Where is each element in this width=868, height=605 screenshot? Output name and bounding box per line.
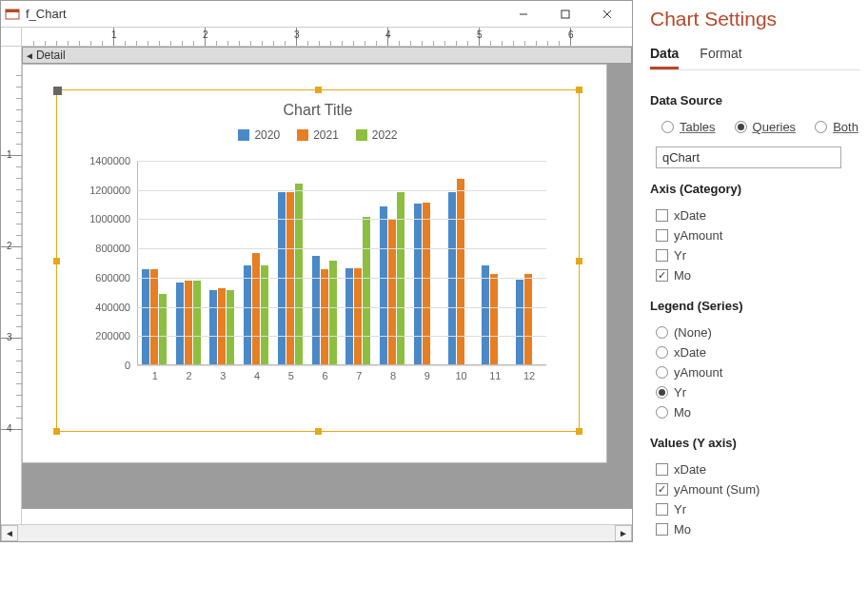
bar-group: 12 xyxy=(516,274,542,364)
axis-check-mo[interactable]: Mo xyxy=(656,265,860,285)
scroll-left-icon[interactable]: ◄ xyxy=(1,525,18,541)
resize-handle[interactable] xyxy=(576,87,582,93)
maximize-button[interactable] xyxy=(544,2,586,27)
design-grid[interactable]: Chart Title 202020212022 123456789101112… xyxy=(22,64,607,463)
svg-rect-1 xyxy=(6,10,19,12)
horizontal-ruler[interactable] xyxy=(1,28,632,47)
radio-tables[interactable]: Tables xyxy=(661,117,716,137)
x-axis-tick-label: 9 xyxy=(424,370,430,381)
chart-legend: 202020212022 xyxy=(238,128,397,142)
legend-item: 2022 xyxy=(356,128,398,142)
bar xyxy=(185,281,192,364)
y-axis-tick-label: 200000 xyxy=(78,330,130,342)
values-check-xdate[interactable]: xDate xyxy=(656,459,860,479)
x-axis-tick-label: 2 xyxy=(187,370,192,381)
minimize-button[interactable] xyxy=(503,2,544,27)
x-axis-tick-label: 5 xyxy=(288,370,294,381)
values-check-yr[interactable]: Yr xyxy=(656,499,860,519)
titlebar: f_Chart xyxy=(1,1,632,28)
design-canvas[interactable]: ◄ Detail Chart Title xyxy=(22,47,632,524)
bar-group: 1 xyxy=(142,269,168,364)
values-check-mo[interactable]: Mo xyxy=(656,519,860,539)
bar xyxy=(490,274,498,364)
legend-radio-xdate[interactable]: xDate xyxy=(656,342,860,362)
data-source-input[interactable]: qChart xyxy=(656,146,841,168)
scroll-right-icon[interactable]: ► xyxy=(615,525,632,541)
radio-queries[interactable]: Queries xyxy=(735,117,797,137)
bar xyxy=(363,217,370,364)
form-design-window: f_Chart ◄ Detail xyxy=(0,0,633,542)
bar xyxy=(142,269,149,364)
settings-title: Chart Settings xyxy=(650,8,860,30)
bar xyxy=(252,253,260,364)
y-axis-tick-label: 1200000 xyxy=(78,185,130,196)
bar xyxy=(150,269,158,364)
axis-check-yamount[interactable]: yAmount xyxy=(656,225,860,245)
tab-format[interactable]: Format xyxy=(700,44,741,69)
bar xyxy=(524,274,532,364)
legend-radio-yr[interactable]: Yr xyxy=(656,382,860,402)
legend-radio-mo[interactable]: Mo xyxy=(656,402,860,422)
settings-tabs: Data Format xyxy=(650,44,860,70)
axis-category-label: Axis (Category) xyxy=(650,182,860,196)
chart-settings-pane: Chart Settings Data Format Data Source T… xyxy=(633,0,868,605)
close-button[interactable] xyxy=(586,2,628,27)
bar xyxy=(380,206,387,364)
bar xyxy=(329,261,337,364)
bar-group: 7 xyxy=(345,217,372,364)
resize-handle[interactable] xyxy=(53,428,60,435)
bar-group: 3 xyxy=(209,288,236,364)
data-source-radios: Tables Queries Both xyxy=(656,117,860,137)
axis-check-xdate[interactable]: xDate xyxy=(656,205,860,225)
legend-item: 2021 xyxy=(297,128,339,142)
detail-section-header[interactable]: ◄ Detail xyxy=(22,47,632,64)
bar xyxy=(354,268,362,364)
bar-group: 9 xyxy=(414,203,441,364)
bar xyxy=(209,290,217,364)
values-y-label: Values (Y axis) xyxy=(650,436,860,450)
resize-handle[interactable] xyxy=(53,87,62,95)
x-axis-tick-label: 8 xyxy=(390,370,396,381)
bar xyxy=(516,280,523,364)
window-title: f_Chart xyxy=(26,7,503,21)
legend-radio-none[interactable]: (None) xyxy=(656,322,860,342)
resize-handle[interactable] xyxy=(315,428,322,435)
radio-both[interactable]: Both xyxy=(815,117,858,137)
legend-radio-yamount[interactable]: yAmount xyxy=(656,362,860,382)
resize-handle[interactable] xyxy=(576,258,582,264)
bar xyxy=(261,265,268,364)
y-axis-tick-label: 1000000 xyxy=(78,213,130,224)
tab-data[interactable]: Data xyxy=(650,44,679,69)
values-check-yamountsum[interactable]: yAmount (Sum) xyxy=(656,479,860,499)
form-icon xyxy=(5,7,20,22)
bar xyxy=(227,290,234,364)
x-axis-tick-label: 12 xyxy=(523,370,535,381)
x-axis-tick-label: 11 xyxy=(489,370,501,381)
bar xyxy=(312,256,320,364)
chart-area: Chart Title 202020212022 123456789101112… xyxy=(63,96,573,425)
resize-handle[interactable] xyxy=(576,428,582,435)
bar xyxy=(295,184,303,364)
section-arrow-icon: ◄ xyxy=(25,50,34,61)
bar xyxy=(244,265,251,364)
bar xyxy=(414,204,422,364)
bar xyxy=(423,203,430,364)
axis-check-yr[interactable]: Yr xyxy=(656,245,860,265)
x-axis-tick-label: 3 xyxy=(220,370,226,381)
resize-handle[interactable] xyxy=(53,258,60,264)
y-axis-tick-label: 800000 xyxy=(78,243,130,254)
chart-control[interactable]: Chart Title 202020212022 123456789101112… xyxy=(56,89,580,432)
vertical-ruler[interactable] xyxy=(1,47,22,524)
y-axis-tick-label: 1400000 xyxy=(78,155,130,166)
chart-plot: 123456789101112 020000040000060000080000… xyxy=(80,151,556,389)
resize-handle[interactable] xyxy=(315,87,322,93)
horizontal-scrollbar[interactable]: ◄ ► xyxy=(1,524,632,541)
svg-rect-3 xyxy=(562,10,569,18)
bar xyxy=(482,265,489,364)
bar-group: 4 xyxy=(244,253,270,364)
x-axis-tick-label: 4 xyxy=(254,370,260,381)
bar-group: 11 xyxy=(482,265,508,364)
detail-label: Detail xyxy=(36,49,66,62)
data-source-label: Data Source xyxy=(650,93,860,107)
y-axis-tick-label: 400000 xyxy=(78,302,130,313)
